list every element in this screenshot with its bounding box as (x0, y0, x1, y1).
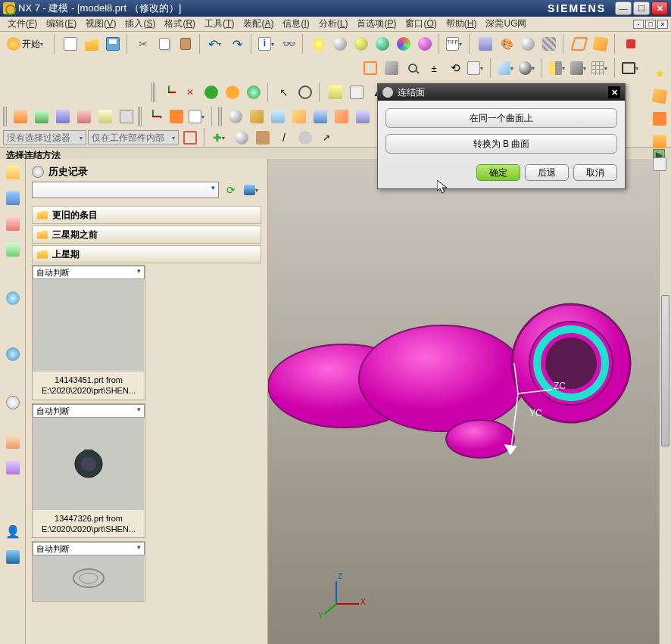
start-button[interactable]: 开始▾ (3, 34, 50, 54)
history-refresh-button[interactable]: ⟳ (223, 182, 239, 198)
box-button[interactable] (570, 34, 589, 54)
filter-btn2[interactable]: ✚▾ (211, 128, 230, 148)
menu-prefs[interactable]: 首选项(P) (352, 17, 401, 30)
thumb-3[interactable]: 自动判断 (32, 541, 145, 602)
feat3-button[interactable] (268, 107, 288, 126)
ext2-button[interactable] (32, 107, 51, 126)
menu-view[interactable]: 视图(V) (81, 17, 120, 30)
scrollbar-thumb[interactable] (661, 295, 669, 446)
close-button[interactable]: ✕ (651, 2, 668, 15)
cs1-button[interactable]: ▾ (145, 107, 165, 126)
rr4-button[interactable] (650, 132, 669, 151)
ext6-button[interactable] (117, 107, 136, 126)
dialog-ok-button[interactable]: 确定 (476, 164, 520, 181)
menu-edit[interactable]: 编辑(E) (42, 17, 81, 30)
rail-history-button[interactable] (4, 394, 22, 412)
menu-insert[interactable]: 插入(S) (120, 17, 160, 30)
render1-button[interactable]: ▾ (497, 58, 517, 78)
curve2-button[interactable] (223, 82, 242, 102)
menu-assembly[interactable]: 装配(A) (239, 17, 278, 30)
dialog-titlebar[interactable]: 连结面 ✕ (378, 84, 625, 101)
rail-assembly-button[interactable] (4, 189, 22, 207)
material-button[interactable] (518, 34, 538, 54)
thumb-1[interactable]: 自动判断 14143451.prt from E:\2020\2020\prt\… (32, 265, 145, 400)
palette-button[interactable]: 🎨 (497, 34, 517, 54)
rr3-button[interactable] (650, 109, 669, 129)
new-button[interactable] (61, 34, 80, 54)
ext1-button[interactable] (11, 107, 30, 126)
fit-button[interactable] (360, 58, 380, 78)
info-button[interactable]: i▾ (257, 34, 277, 54)
thumb2-mode-select[interactable]: 自动判断 (33, 404, 145, 418)
menu-window[interactable]: 窗口(O) (401, 17, 441, 30)
rail-scene-button[interactable] (4, 548, 22, 566)
mdi-restore-button[interactable]: □ (645, 20, 656, 29)
folder-3weeks[interactable]: 三星期之前 (32, 226, 261, 244)
dialog-close-button[interactable]: ✕ (608, 86, 620, 98)
feat5-button[interactable] (311, 107, 330, 126)
ext5-button[interactable] (95, 107, 115, 126)
toolbar-grip[interactable] (151, 82, 156, 102)
shade3-button[interactable] (373, 34, 392, 54)
dialog-back-button[interactable]: 后退 (525, 164, 569, 181)
point-button[interactable]: ✕ (180, 82, 200, 102)
toolbar-grip-4c[interactable] (218, 107, 223, 126)
menu-format[interactable]: 格式(R) (160, 17, 200, 30)
layer2-button[interactable]: ▾ (188, 107, 208, 126)
curve1-button[interactable] (201, 82, 221, 102)
section-button[interactable]: ▾ (548, 58, 568, 78)
thumb-2[interactable]: 自动判断 13447326.prt from E:\2020\2020\prt\… (32, 403, 145, 539)
menu-help[interactable]: 帮助(H) (442, 17, 482, 30)
feat6-button[interactable] (332, 107, 351, 126)
menu-info[interactable]: 信息(I) (278, 17, 314, 30)
cut-button[interactable]: ✂ (133, 34, 153, 54)
ruler-button[interactable] (326, 82, 345, 102)
rr2-button[interactable] (650, 86, 669, 106)
filter-selector-1[interactable]: 没有选择过滤器▾ (3, 130, 86, 145)
render2-button[interactable]: ▾ (518, 58, 538, 78)
filter-btn4[interactable] (253, 128, 273, 148)
filter-btn3[interactable] (232, 128, 251, 148)
zoom-io-button[interactable]: ± (424, 58, 444, 78)
rail-part-button[interactable] (4, 241, 22, 259)
rotate-button[interactable]: ⟲ (445, 58, 465, 78)
rail-constraint-button[interactable] (4, 215, 22, 233)
copy-button[interactable] (154, 34, 174, 54)
option-convert-bsurf-button[interactable]: 转换为 B 曲面 (385, 134, 617, 154)
paste-button[interactable] (176, 34, 195, 54)
ext3-button[interactable] (53, 107, 73, 126)
graphics-viewport[interactable]: YC ZC X Z Y (268, 159, 671, 644)
undo-button[interactable]: ↶▾ (206, 34, 226, 54)
history-view-button[interactable]: ▾ (243, 182, 261, 198)
mdi-close-button[interactable]: × (657, 20, 668, 29)
menu-tools[interactable]: 工具(T) (200, 17, 239, 30)
grid-button[interactable]: ▾ (591, 58, 610, 78)
solid-button[interactable] (591, 34, 610, 54)
zoom-button[interactable] (403, 58, 423, 78)
shade4-button[interactable] (394, 34, 414, 54)
cs2-button[interactable] (167, 107, 186, 126)
filter-btn7[interactable]: ↗ (317, 128, 336, 148)
tiff-button[interactable]: TIFF▾ (445, 34, 465, 54)
minimize-button[interactable]: — (615, 2, 632, 15)
sel2-button[interactable] (295, 82, 315, 102)
rail-materials-button[interactable] (4, 459, 22, 477)
save-button[interactable] (103, 34, 123, 54)
window2-button[interactable]: ▾ (621, 58, 641, 78)
filter-btn6[interactable] (295, 128, 315, 148)
clip-button[interactable]: ▾ (570, 58, 589, 78)
stop-button[interactable] (621, 34, 641, 54)
open-button[interactable] (82, 34, 101, 54)
texture-button[interactable] (539, 34, 559, 54)
shade5-button[interactable] (415, 34, 435, 54)
filter-selector-2[interactable]: 仅在工作部件内部▾ (88, 130, 179, 145)
orient-button[interactable] (382, 58, 401, 78)
menu-file[interactable]: 文件(F) (3, 17, 42, 30)
feat1-button[interactable] (226, 107, 245, 126)
feat7-button[interactable] (353, 107, 373, 126)
pan-button[interactable]: ▾ (467, 58, 486, 78)
rail-reuse-button[interactable] (4, 289, 22, 307)
feat4-button[interactable] (289, 107, 309, 126)
dim-button[interactable] (347, 82, 367, 102)
pin-icon[interactable] (382, 87, 393, 98)
